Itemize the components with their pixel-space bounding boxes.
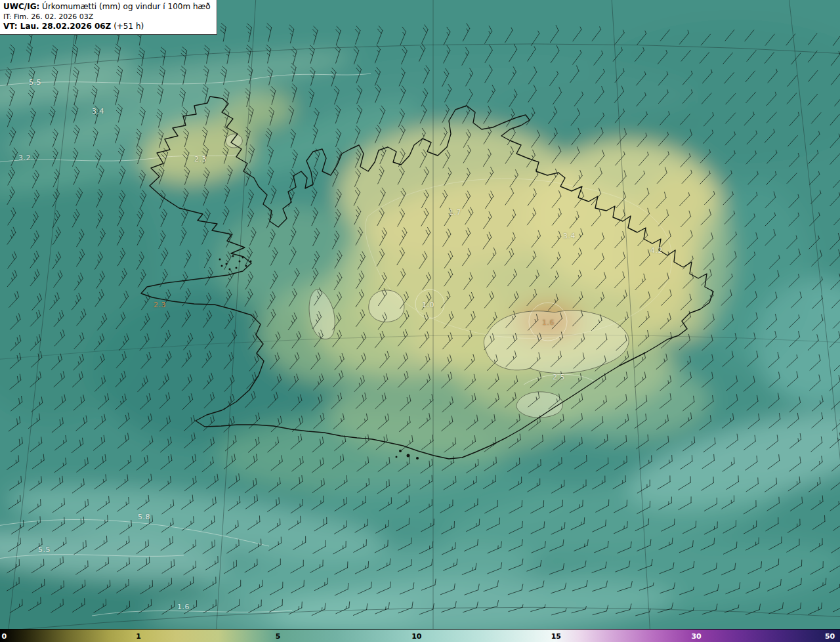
title-box: UWC/IG: Úrkomumætti (mm) og vindur í 100… — [0, 0, 217, 35]
colorbar-tick-label: 10 — [411, 632, 421, 639]
valid-time-main: VT: Lau. 28.02.2026 06Z — [3, 22, 111, 31]
valid-time-offset: (+51 h) — [111, 22, 144, 31]
colorbar-tick-label: 50 — [825, 632, 835, 639]
colorbar-tick-label: 5 — [276, 632, 281, 639]
colorbar-tick-label: 30 — [691, 632, 701, 639]
colorbar-tick-label: 15 — [551, 632, 561, 639]
map-canvas — [0, 0, 840, 629]
colorbar-tick-label: 0 — [2, 632, 7, 639]
myrdalsjokull-outline — [516, 392, 562, 417]
product-description: Úrkomumætti (mm) og vindur í 100m hæð — [39, 2, 210, 11]
init-time: IT: Fim. 26. 02. 2026 03Z — [3, 12, 211, 22]
drangajokull-outline — [226, 134, 243, 148]
product-title: UWC/IG: Úrkomumætti (mm) og vindur í 100… — [3, 2, 211, 12]
valid-time: VT: Lau. 28.02.2026 06Z (+51 h) — [3, 22, 211, 32]
map-area: 5.53.43.22.31.73.44.22.31.01.62.55.85.51… — [0, 0, 840, 629]
weather-map-frame: 5.53.43.22.31.73.44.22.31.01.62.55.85.51… — [0, 0, 840, 642]
precipitation-colorbar: 01510153050 — [0, 629, 840, 642]
colorbar-tick-label: 1 — [136, 632, 141, 639]
product-code: UWC/IG: — [3, 2, 39, 11]
